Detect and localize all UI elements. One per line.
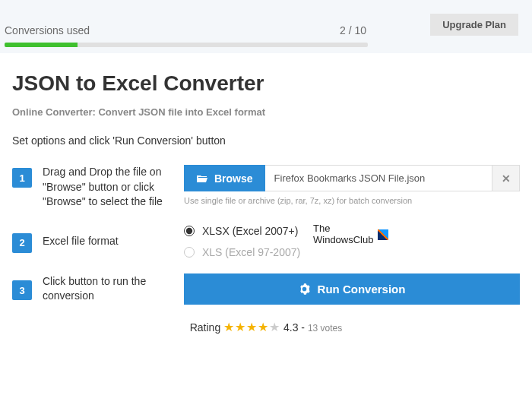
run-conversion-button[interactable]: Run Conversion <box>184 273 520 305</box>
instruction-text: Set options and click 'Run Conversion' b… <box>12 134 520 147</box>
page-title: JSON to Excel Converter <box>12 71 520 96</box>
star-icon[interactable]: ★ <box>223 321 235 334</box>
watermark-line2: WindowsClub <box>313 235 373 246</box>
watermark: The WindowsClub <box>313 223 388 246</box>
rating-value: 4.3 <box>283 321 298 334</box>
usage-progress-bar <box>5 43 368 47</box>
folder-open-icon <box>196 174 208 183</box>
page-subtitle: Online Converter: Convert JSON file into… <box>12 106 520 118</box>
upgrade-plan-button[interactable]: Upgrade Plan <box>430 14 518 36</box>
format-option-xls[interactable]: XLS (Excel 97-2007) <box>184 246 520 258</box>
close-icon: ✕ <box>502 172 511 185</box>
rating-votes: 13 votes <box>308 323 342 334</box>
run-label: Run Conversion <box>318 283 406 296</box>
upload-hint: Use single file or archive (zip, rar, 7z… <box>184 196 520 205</box>
step-1-text: Drag and Drop the file on "Browse" butto… <box>32 165 184 210</box>
step-1-badge: 1 <box>12 168 32 188</box>
usage-progress-fill <box>5 43 78 47</box>
format-xlsx-label: XLSX (Excel 2007+) <box>202 225 298 237</box>
step-2-badge: 2 <box>12 233 32 253</box>
format-xls-label: XLS (Excel 97-2007) <box>202 246 300 258</box>
step-3-badge: 3 <box>12 280 32 300</box>
usage-count: 2 / 10 <box>340 24 366 36</box>
browse-button[interactable]: Browse <box>184 165 265 191</box>
radio-xls[interactable] <box>184 247 195 258</box>
step-2-text: Excel file format <box>32 234 184 249</box>
rating-label: Rating <box>190 321 220 334</box>
file-name-input[interactable] <box>265 165 492 191</box>
star-icon[interactable]: ★ <box>269 321 280 334</box>
star-icon[interactable]: ★ <box>235 321 246 334</box>
watermark-line1: The <box>313 223 373 235</box>
clear-file-button[interactable]: ✕ <box>492 165 520 191</box>
browse-label: Browse <box>214 172 253 185</box>
step-3-text: Click button to run the conversion <box>32 274 184 304</box>
usage-label: Conversions used <box>5 24 90 36</box>
radio-xlsx[interactable] <box>184 226 195 236</box>
gear-icon <box>299 283 310 295</box>
star-icon[interactable]: ★ <box>258 321 269 334</box>
rating-row: Rating ★★★★★ 4.3 - 13 votes <box>12 320 520 334</box>
star-icon[interactable]: ★ <box>246 321 258 334</box>
windows-flag-icon <box>378 229 388 240</box>
